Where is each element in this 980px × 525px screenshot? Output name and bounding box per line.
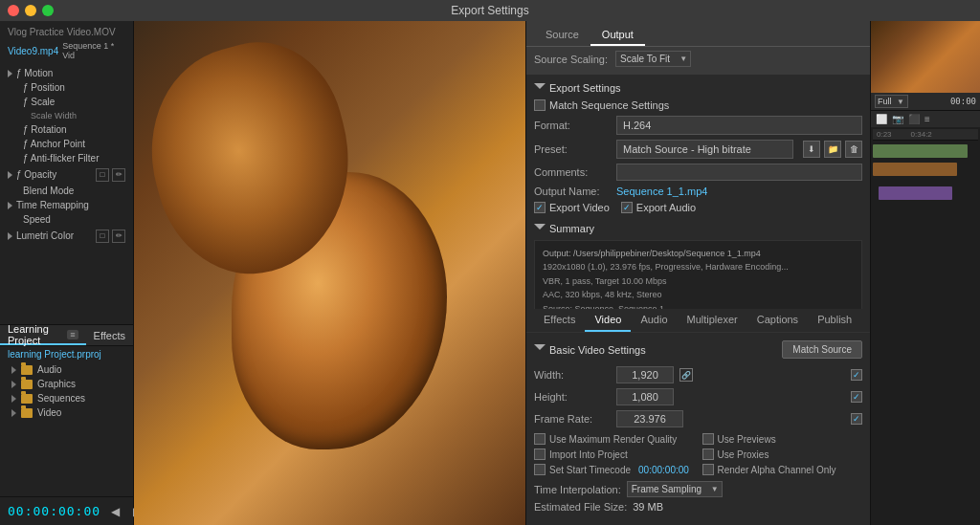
format-select[interactable]: H.264 <box>616 116 862 135</box>
use-proxies-cb[interactable] <box>702 448 714 460</box>
tab-learning-project[interactable]: Learning Project ≡ <box>0 325 86 345</box>
export-video-row: Export Video <box>534 202 610 213</box>
track-clip-v2[interactable] <box>873 163 957 176</box>
btab-effects[interactable]: Effects <box>534 309 585 332</box>
export-tab-output[interactable]: Output <box>590 25 645 46</box>
full-select-wrap: Full <box>875 95 908 108</box>
export-video-cb[interactable] <box>534 202 546 213</box>
monitor-icon-4[interactable]: ≡ <box>924 113 931 125</box>
width-label: Width: <box>534 369 611 381</box>
window-controls[interactable] <box>8 5 54 16</box>
source-scaling-label: Source Scaling: <box>534 54 608 65</box>
track-row-1 <box>873 142 978 160</box>
time-remapping-effect[interactable]: Time Remapping <box>0 198 133 212</box>
tab-effects[interactable]: Effects <box>86 325 133 345</box>
btab-video[interactable]: Video <box>585 309 631 332</box>
motion-effect[interactable]: ƒ Motion <box>0 66 133 80</box>
estimated-file-size-label: Estimated File Size: <box>534 501 627 513</box>
transport-rewind[interactable]: ◀ <box>108 505 122 518</box>
opacity-icon-1[interactable]: □ <box>96 168 109 182</box>
monitor-icon-2[interactable]: 📷 <box>891 113 904 125</box>
width-input[interactable] <box>616 366 674 383</box>
match-sequence-cb[interactable] <box>534 99 546 111</box>
btab-captions[interactable]: Captions <box>747 309 808 332</box>
set-start-timecode-cb[interactable] <box>534 464 546 475</box>
preset-delete-btn[interactable]: 🗑 <box>845 141 862 158</box>
start-timecode-value: 00:00:00:00 <box>638 465 689 475</box>
source-scaling-select[interactable]: Scale To Fit <box>615 51 691 67</box>
frame-rate-lock-cb[interactable] <box>851 413 862 425</box>
anchor-effect[interactable]: ƒ Anchor Point <box>0 137 133 151</box>
rotation-effect[interactable]: ƒ Rotation <box>0 122 133 137</box>
lumetri-icon-2[interactable]: ✏ <box>112 230 125 243</box>
frame-rate-input[interactable] <box>616 410 683 427</box>
lumetri-section: Lumetri Color □ ✏ <box>0 229 133 243</box>
comments-row: Comments: <box>534 164 862 181</box>
minimize-button[interactable] <box>25 5 36 16</box>
track-clip-a1[interactable] <box>879 186 952 200</box>
export-tab-source[interactable]: Source <box>534 25 590 46</box>
antiflicker-effect[interactable]: ƒ Anti-flicker Filter <box>0 151 133 165</box>
time-interp-select[interactable]: Frame Sampling <box>627 481 723 497</box>
render-alpha-opt: Render Alpha Channel Only <box>702 464 863 475</box>
height-input[interactable] <box>616 388 674 405</box>
effect-controls-panel: Vlog Practice Video.MOV Video9.mp4 Seque… <box>0 21 133 324</box>
export-video-label: Export Video <box>549 202 610 213</box>
lumetri-icon-1[interactable]: □ <box>96 230 109 243</box>
monitor-view-select[interactable]: Full <box>875 95 908 108</box>
use-previews-cb[interactable] <box>702 433 714 445</box>
close-button[interactable] <box>8 5 19 16</box>
comments-label: Comments: <box>534 166 611 178</box>
max-render-quality-label: Use Maximum Render Quality <box>549 434 677 445</box>
folder-icon-sequences <box>21 394 33 404</box>
blend-mode-effect[interactable]: Blend Mode <box>0 184 133 198</box>
dialog-title: Export Settings <box>451 4 528 17</box>
lumetri-effect[interactable]: Lumetri Color <box>0 229 96 243</box>
output-name-link[interactable]: Sequence 1_1.mp4 <box>616 186 707 197</box>
anchor-label: ƒ Anchor Point <box>23 139 85 149</box>
match-source-button[interactable]: Match Source <box>782 340 862 359</box>
monitor-bread-image <box>871 21 980 93</box>
max-render-quality-cb[interactable] <box>534 433 546 445</box>
export-audio-cb[interactable] <box>621 202 633 213</box>
folder-graphics[interactable]: Graphics <box>0 377 133 391</box>
format-row: Format: H.264 <box>534 116 862 135</box>
source-scaling-row: Source Scaling: Scale To Fit <box>526 47 870 71</box>
export-checkboxes: Export Video Export Audio <box>534 202 862 218</box>
btab-publish[interactable]: Publish <box>808 309 861 332</box>
comments-input[interactable] <box>616 164 862 181</box>
estimated-file-size-row: Estimated File Size: 39 MB <box>534 501 862 513</box>
import-into-project-label: Import Into Project <box>549 449 628 460</box>
export-header: Source Output Source Scaling: Scale To F… <box>526 21 870 75</box>
monitor-icon-1[interactable]: ⬜ <box>875 113 888 125</box>
folder-audio[interactable]: Audio <box>0 362 133 377</box>
opacity-effect[interactable]: ƒ Opacity <box>0 167 96 182</box>
scale-width-effect[interactable]: Scale Width <box>0 109 133 122</box>
format-label: Format: <box>534 120 611 131</box>
maximize-button[interactable] <box>42 5 54 16</box>
speed-effect[interactable]: Speed <box>0 212 133 227</box>
preset-icon-group: ⬇ 📁 🗑 <box>803 141 862 158</box>
btab-audio[interactable]: Audio <box>631 309 677 332</box>
import-into-project-opt: Import Into Project <box>534 448 695 460</box>
height-lock-cb[interactable] <box>851 391 862 403</box>
position-effect[interactable]: ƒ Position <box>0 80 133 95</box>
opacity-icon-2[interactable]: ✏ <box>112 168 125 182</box>
scale-effect[interactable]: ƒ Scale <box>0 95 133 109</box>
preset-label: Preset: <box>534 143 611 155</box>
export-settings-label: Export Settings <box>549 82 621 94</box>
sequence-tab: Sequence 1 * Vid <box>62 41 125 60</box>
track-clip-v1[interactable] <box>873 144 968 158</box>
preset-folder-btn[interactable]: 📁 <box>824 141 841 158</box>
btab-multiplexer[interactable]: Multiplexer <box>678 309 747 332</box>
preset-select[interactable]: Match Source - High bitrate <box>616 140 793 159</box>
monitor-icon-3[interactable]: ⬛ <box>907 113 921 125</box>
folder-video[interactable]: Video <box>0 405 133 420</box>
export-body: Export Settings Match Sequence Settings … <box>526 75 870 309</box>
render-options: Use Maximum Render Quality Use Previews … <box>534 433 862 475</box>
preset-save-btn[interactable]: ⬇ <box>803 141 820 158</box>
folder-sequences[interactable]: Sequences <box>0 391 133 405</box>
import-into-project-cb[interactable] <box>534 448 546 460</box>
width-lock-cb[interactable] <box>851 369 862 381</box>
render-alpha-cb[interactable] <box>702 464 714 475</box>
